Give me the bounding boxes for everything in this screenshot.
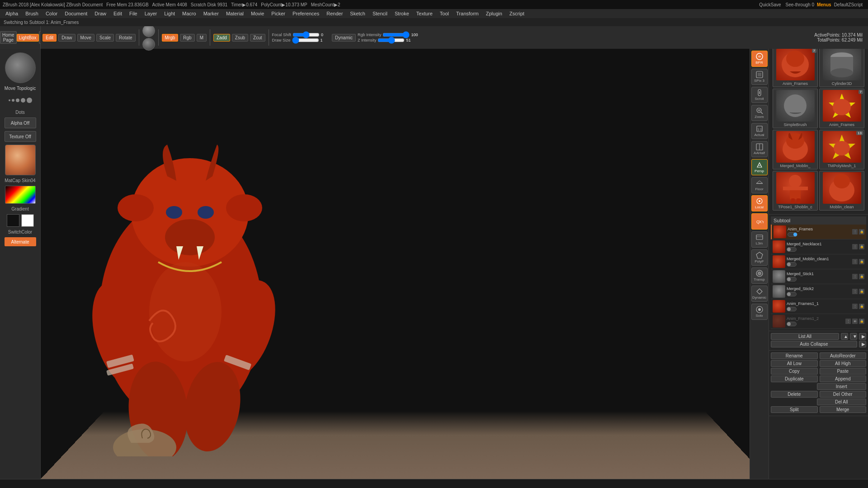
menu-item-preferences[interactable]: Preferences xyxy=(289,10,323,17)
menu-item-render[interactable]: Render xyxy=(323,10,346,17)
menus-btn[interactable]: Menus xyxy=(817,2,831,7)
subtool-lock-7[interactable]: 🔒 xyxy=(859,319,864,324)
menu-item-marker[interactable]: Marker xyxy=(200,10,222,17)
paste-btn[interactable]: Paste xyxy=(820,368,867,375)
edit-btn[interactable]: Edit xyxy=(42,34,57,42)
del-other-btn[interactable]: Del Other xyxy=(820,391,867,398)
lightbox-btn[interactable]: LightBox xyxy=(17,34,39,42)
menu-item-draw[interactable]: Draw xyxy=(91,10,110,17)
subtool-eye-7[interactable]: 👁 xyxy=(852,319,858,324)
subtool-toggle-3[interactable] xyxy=(787,262,797,267)
sphere-icon-2[interactable] xyxy=(142,38,155,51)
actual-btn[interactable]: 1:1 Actual xyxy=(751,123,768,139)
subtool-toggle-6[interactable] xyxy=(787,307,797,311)
zsub-btn[interactable]: Zsub xyxy=(232,34,248,42)
all-high-btn[interactable]: All High xyxy=(820,360,867,367)
zoom-btn[interactable]: Zoom xyxy=(751,105,768,121)
all-low-btn[interactable]: All Low xyxy=(771,360,818,367)
rgb-intensity-slider[interactable] xyxy=(382,33,410,37)
lb-tmpolymesh[interactable]: TMPolyMesh_1 13 xyxy=(819,130,864,169)
scroll-btn[interactable]: Scroll xyxy=(751,87,768,103)
home-page-btn[interactable]: Home Page xyxy=(0,31,17,44)
dynamic-btn[interactable]: Dynamic xyxy=(332,34,356,42)
material-preview[interactable] xyxy=(5,145,36,175)
menu-item-macro[interactable]: Macro xyxy=(179,10,200,17)
draw-size-slider[interactable] xyxy=(292,38,319,42)
subtool-options-3[interactable]: ⋮ xyxy=(852,259,858,264)
local-btn[interactable]: Local xyxy=(751,195,768,211)
menu-item-texture[interactable]: Texture xyxy=(413,10,436,17)
m-btn[interactable]: M xyxy=(197,34,207,42)
l3m-btn[interactable]: L3m xyxy=(751,231,768,248)
subtool-item-stick1[interactable]: Merged_Stick1 ⋮ 🔒 xyxy=(771,269,866,284)
polyf-btn[interactable]: PolyF xyxy=(751,249,768,266)
subtool-options-4[interactable]: ⋮ xyxy=(852,274,858,279)
bpr-btn[interactable]: BPR xyxy=(751,51,768,67)
color-gradient[interactable] xyxy=(5,186,36,204)
rename-btn[interactable]: Rename xyxy=(771,352,818,359)
copy-btn[interactable]: Copy xyxy=(771,368,818,375)
subtool-toggle-4[interactable] xyxy=(787,277,797,282)
list-all-arrow-right[interactable]: ▶ xyxy=(859,333,866,340)
sphere-icon[interactable] xyxy=(142,24,155,37)
subtool-options-6[interactable]: ⋮ xyxy=(852,304,858,309)
duplicate-btn[interactable]: Duplicate xyxy=(771,375,818,382)
menu-item-tool[interactable]: Tool xyxy=(436,10,453,17)
zcut-btn[interactable]: Zcut xyxy=(250,34,265,42)
menu-item-transform[interactable]: Transform xyxy=(453,10,482,17)
menu-item-material[interactable]: Material xyxy=(222,10,247,17)
rgb-btn[interactable]: Rgb xyxy=(180,34,194,42)
lb-anim-frames-2[interactable]: Anim_Frames 7 xyxy=(819,89,864,128)
mrgb-btn[interactable]: Mrgb xyxy=(162,34,179,42)
subtool-toggle-1[interactable] xyxy=(788,232,797,237)
list-all-arrow-down[interactable]: ▼ xyxy=(850,333,857,340)
dynamic-icon-btn[interactable]: Dynamic xyxy=(751,286,768,302)
qxyz-btn[interactable]: Q XYZ xyxy=(751,213,768,230)
subtool-toggle-7[interactable] xyxy=(787,322,797,326)
subtool-options-5[interactable]: ⋮ xyxy=(852,289,858,294)
lb-anim-frames[interactable]: Anim_Frames 7 xyxy=(773,47,818,87)
rotate-btn[interactable]: Rotate xyxy=(116,34,135,42)
menu-item-stroke[interactable]: Stroke xyxy=(391,10,413,17)
del-all-btn[interactable]: Del All xyxy=(817,399,867,405)
menu-item-zplugin[interactable]: Zplugin xyxy=(482,10,506,17)
menu-item-alpha[interactable]: Alpha xyxy=(2,10,22,17)
brush-preview[interactable] xyxy=(5,52,36,83)
move-btn[interactable]: Move xyxy=(77,34,94,42)
focal-shift-slider[interactable] xyxy=(292,33,320,37)
auto-collapse-btn[interactable]: Auto Collapse xyxy=(771,341,857,347)
auto-reorder-btn[interactable]: AutoReorder xyxy=(820,352,867,359)
auto-collapse-arrow[interactable]: ▶ xyxy=(859,341,866,347)
menu-item-zscript[interactable]: Zscript xyxy=(506,10,528,17)
subtool-lock-4[interactable]: 🔒 xyxy=(859,274,864,279)
menu-item-layer[interactable]: Layer xyxy=(141,10,161,17)
lb-simplebrush[interactable]: SimpleBrush xyxy=(773,89,818,128)
persp-btn[interactable]: Persp xyxy=(751,159,768,175)
lb-tpose[interactable]: TPose1_Shoblin_c xyxy=(773,171,818,211)
subtool-toggle-2[interactable] xyxy=(787,247,797,252)
append-btn[interactable]: Append xyxy=(820,375,867,382)
zadd-btn[interactable]: Zadd xyxy=(213,34,230,42)
subtool-item-anim-frames[interactable]: Anim_Frames ⋮ 🔒 xyxy=(771,225,866,239)
menu-item-stencil[interactable]: Stencil xyxy=(369,10,391,17)
subtool-item-necklace[interactable]: Merged_Necklace1 ⋮ 🔒 xyxy=(771,239,866,254)
merge-btn[interactable]: Merge xyxy=(820,406,867,413)
alpha-off-btn[interactable]: Alpha Off xyxy=(5,117,36,128)
see-through[interactable]: See-through 0 xyxy=(786,2,814,7)
subtool-lock-2[interactable]: 🔒 xyxy=(859,244,864,249)
solo-btn[interactable]: Solo xyxy=(751,304,768,320)
canvas-area[interactable] xyxy=(41,49,769,479)
menu-item-edit[interactable]: Edit xyxy=(110,10,126,17)
subtool-lock-6[interactable]: 🔒 xyxy=(859,304,864,309)
subtool-toggle-5[interactable] xyxy=(787,292,797,296)
lb-cylinder3d[interactable]: Cylinder3D xyxy=(819,47,864,87)
insert-btn[interactable]: Insert xyxy=(817,383,867,390)
split-btn[interactable]: Split xyxy=(771,406,818,413)
subtool-lock-1[interactable]: 🔒 xyxy=(859,229,864,235)
quicksave-btn[interactable]: QuickSave xyxy=(759,2,781,7)
lb-merged-moblin[interactable]: Merged_Moblin_ xyxy=(773,130,818,169)
floor-btn[interactable]: Floor xyxy=(751,177,768,193)
subtool-item-anim-frames1-2[interactable]: Anim_Frames1_2 ⋮ 👁 🔒 xyxy=(771,314,866,329)
default-zscript[interactable]: DefaultZScript xyxy=(834,2,863,7)
swatch-black[interactable] xyxy=(7,214,19,227)
